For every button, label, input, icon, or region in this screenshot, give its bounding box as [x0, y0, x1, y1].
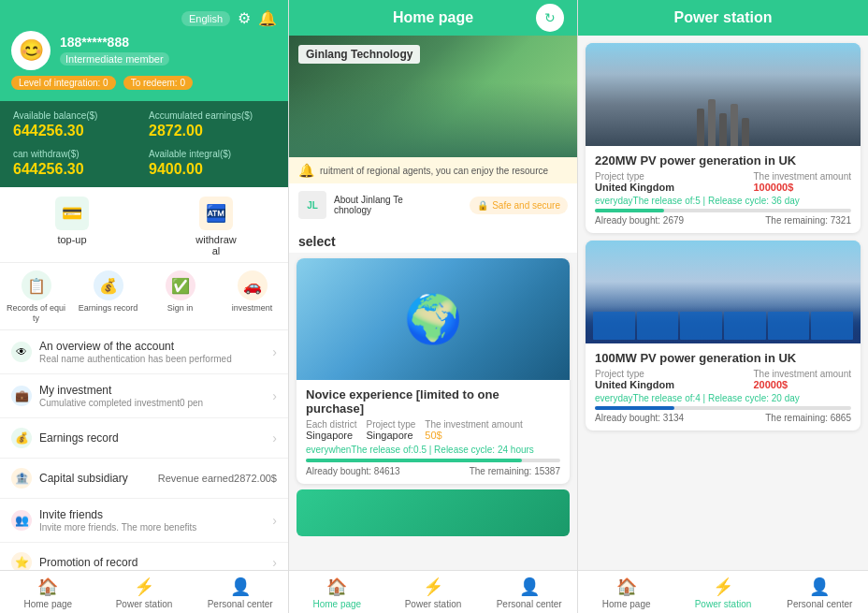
account-title: An overview of the account [39, 340, 265, 353]
notice-text: ruitment of regional agents, you can enj… [320, 166, 548, 176]
list-item-promotion[interactable]: ⭐ Promotion of record › [0, 543, 288, 570]
promotion-arrow: › [272, 555, 277, 570]
promotion-icon: ⭐ [11, 552, 32, 570]
list-item-invite[interactable]: 👥 Invite friends Invite more friends. Th… [0, 499, 288, 543]
select-label: select [289, 226, 577, 253]
progress-fill [306, 459, 522, 462]
bought-row: Already bought: 84613 The remaining: 153… [306, 466, 560, 476]
list-item-earnings-record[interactable]: 💰 Earnings record › [0, 418, 288, 459]
right-panel: Power station 220MW PV power generation … [578, 0, 868, 613]
middle-scroll[interactable]: Ginlang Technology 🔔 ruitment of regiona… [289, 36, 577, 570]
menu-records[interactable]: 📋 Records of equity [0, 270, 72, 324]
nav-personal-left[interactable]: 👤 Personal center [192, 577, 288, 609]
avatar: 😊 [11, 31, 51, 70]
power-release-2: everydayThe release of:4 | Release cycle… [595, 393, 851, 403]
hero-image: Ginlang Technology [289, 36, 577, 157]
type-meta: Project type Singapore [366, 419, 415, 441]
power-amount-val-2: 20000$ [754, 379, 852, 390]
withdraw-value: 644256.30 [13, 161, 139, 178]
investment-arrow: › [272, 388, 277, 403]
stat-withdraw: can withdraw($) 644256.30 [13, 149, 139, 178]
power-amount-key-1: The investment amount [754, 171, 852, 182]
building-visual [289, 82, 577, 157]
menu-earnings[interactable]: 💰 Earnings record [72, 270, 144, 324]
right-scroll[interactable]: 220MW PV power generation in UK Project … [578, 36, 868, 570]
type-value: Singapore [366, 430, 415, 441]
invite-title: Invite friends [39, 508, 265, 521]
power-label-middle: Power station [405, 599, 462, 609]
list-item-investment[interactable]: 💼 My investment Cumulative completed inv… [0, 374, 288, 418]
power-type-val-2: United Kingdom [595, 379, 674, 390]
topup-action[interactable]: 💳 top-up [0, 197, 144, 256]
nav-home-left[interactable]: 🏠 Home page [0, 577, 96, 609]
power-card-2[interactable]: 100MW PV power generation in UK Project … [586, 241, 861, 431]
stats-box: Available balance($) 644256.30 Accumulat… [0, 101, 288, 187]
power-progress-1 [595, 209, 851, 212]
power-icon-left: ⚡ [134, 577, 154, 597]
list-item-capital[interactable]: 🏦 Capital subsidiary Revenue earned2872.… [0, 459, 288, 499]
stat-balance: Available balance($) 644256.30 [13, 110, 139, 139]
middle-header: Home page ↻ [289, 0, 577, 36]
nav-power-right[interactable]: ⚡ Power station [674, 577, 771, 609]
power-icon-right: ⚡ [713, 577, 733, 597]
menu-icons-row: 📋 Records of equity 💰 Earnings record ✅ … [0, 263, 288, 330]
personal-label-right: Personal center [787, 599, 852, 609]
topup-icon: 💳 [55, 197, 89, 230]
home-label-middle: Home page [312, 599, 361, 609]
power-meta-1: Project type United Kingdom The investme… [595, 171, 851, 193]
list-item-account[interactable]: 👁 An overview of the account Real name a… [0, 330, 288, 374]
district-meta: Each district Singapore [306, 419, 356, 441]
promotion-content: Promotion of record [39, 556, 265, 569]
nav-power-middle[interactable]: ⚡ Power station [385, 577, 482, 609]
amount-meta: The investment amount 50$ [425, 419, 523, 441]
menu-signin[interactable]: ✅ Sign in [144, 270, 216, 324]
menu-investment[interactable]: 🚗 investment [216, 270, 288, 324]
power-card-1[interactable]: 220MW PV power generation in UK Project … [586, 43, 861, 233]
signin-label: Sign in [167, 303, 194, 314]
earnings-record-arrow: › [272, 431, 277, 445]
globe-icon: 🌍 [404, 292, 462, 346]
integral-value: 9400.00 [149, 161, 275, 178]
my-investment-icon: 💼 [11, 386, 32, 406]
personal-icon-right: 👤 [809, 577, 830, 597]
withdraw-label: withdrawal [195, 234, 236, 256]
badge-redeem: To redeem: 0 [123, 76, 193, 90]
balance-value: 644256.30 [13, 123, 139, 139]
left-bottom-nav: 🏠 Home page ⚡ Power station 👤 Personal c… [0, 570, 288, 613]
product-info: Novice experience [limited to one purcha… [297, 380, 570, 484]
topup-label: top-up [57, 234, 86, 245]
power-progress-fill-2 [595, 406, 674, 410]
refresh-button[interactable]: ↻ [536, 4, 564, 32]
nav-home-middle[interactable]: 🏠 Home page [289, 577, 385, 609]
feature-logo: JL [298, 191, 326, 219]
withdraw-label: can withdraw($) [13, 149, 139, 159]
bought-2: Already bought: 3134 [595, 413, 684, 423]
earnings-record-icon: 💰 [11, 428, 32, 448]
lock-icon: 🔒 [477, 200, 488, 211]
withdraw-icon: 🏧 [199, 197, 233, 230]
nav-power-left[interactable]: ⚡ Power station [96, 577, 193, 609]
nav-personal-right[interactable]: 👤 Personal center [772, 577, 868, 609]
personal-label-left: Personal center [208, 599, 273, 609]
district-label: Each district [306, 419, 356, 430]
settings-icon[interactable]: ⚙ [238, 9, 251, 27]
account-sub: Real name authentication has been perfor… [39, 354, 265, 364]
power-amount-key-2: The investment amount [754, 369, 852, 379]
right-bottom-nav: 🏠 Home page ⚡ Power station 👤 Personal c… [578, 570, 868, 613]
notification-icon[interactable]: 🔔 [258, 9, 277, 27]
invite-content: Invite friends Invite more friends. The … [39, 508, 265, 533]
signin-icon: ✅ [166, 270, 195, 300]
promotion-title: Promotion of record [39, 556, 265, 569]
release-info: everywhenThe release of:0.5 | Release cy… [306, 445, 560, 455]
nav-home-right[interactable]: 🏠 Home page [578, 577, 674, 609]
middle-bottom-nav: 🏠 Home page ⚡ Power station 👤 Personal c… [289, 570, 577, 613]
language-button[interactable]: English [181, 11, 230, 26]
district-value: Singapore [306, 430, 356, 441]
personal-label-middle: Personal center [497, 599, 562, 609]
records-label: Records of equity [7, 303, 65, 324]
product-card[interactable]: 🌍 Novice experience [limited to one purc… [297, 258, 570, 484]
nav-personal-middle[interactable]: 👤 Personal center [481, 577, 577, 609]
user-phone: 188*****888 [60, 35, 277, 50]
withdraw-action[interactable]: 🏧 withdrawal [144, 197, 288, 256]
investment-sub: Cumulative completed investment0 pen [39, 398, 265, 408]
